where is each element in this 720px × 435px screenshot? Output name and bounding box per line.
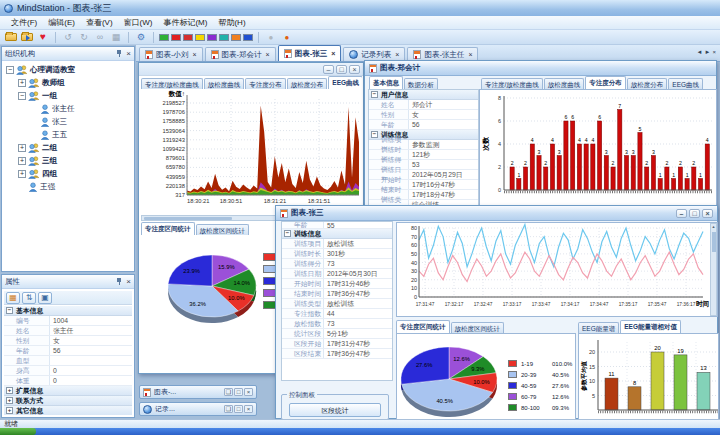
restore-button[interactable]: □ <box>689 209 700 218</box>
tab-close-icon[interactable]: × <box>468 51 472 58</box>
vertical-scrollbar[interactable]: ▲ <box>710 223 717 316</box>
import-folder-button[interactable] <box>20 31 34 43</box>
restore-button[interactable]: □ <box>336 65 347 74</box>
section-header[interactable]: −用户信息 <box>369 90 478 100</box>
minimize-button[interactable]: – <box>676 209 687 218</box>
collapse-icon[interactable]: − <box>284 230 291 237</box>
link-button[interactable]: ∞ <box>93 31 107 43</box>
tree-item[interactable]: 张主任 <box>4 102 132 115</box>
section-header[interactable]: +扩展信息 <box>4 386 132 396</box>
collapse-icon[interactable]: − <box>6 307 13 314</box>
menu-item[interactable]: 帮助(H) <box>213 16 250 29</box>
title-bar[interactable]: MindStation - 图表-张三 <box>0 0 720 16</box>
document-tab[interactable]: 图表-张三× <box>278 45 342 61</box>
section-header[interactable]: +其它信息 <box>4 406 132 415</box>
start-button-stub[interactable] <box>0 428 36 435</box>
window-title-bar[interactable]: 图表-郑会计 <box>365 61 716 76</box>
collapse-icon[interactable]: − <box>18 92 26 100</box>
close-button[interactable]: × <box>244 405 253 413</box>
inner-tab[interactable]: 放松度曲线 <box>544 78 585 89</box>
restore-button[interactable]: ❏ <box>224 405 233 413</box>
open-folder-button[interactable] <box>4 31 18 43</box>
close-icon[interactable]: × <box>126 278 131 286</box>
color-swatch-button[interactable] <box>183 34 193 41</box>
inner-tab[interactable]: 放松度分布 <box>287 78 328 89</box>
color-swatch-button[interactable] <box>231 34 241 41</box>
inner-tab[interactable]: 数据分析 <box>404 78 438 89</box>
tree-item[interactable]: −一组 <box>4 89 132 102</box>
tree-item[interactable]: +教师组 <box>4 76 132 89</box>
pin-icon[interactable] <box>116 277 123 286</box>
tree-item[interactable]: 张三 <box>4 115 132 128</box>
tree-item[interactable]: +二组 <box>4 141 132 154</box>
tree-item[interactable]: 王五 <box>4 128 132 141</box>
maximize-button[interactable]: □ <box>234 388 243 396</box>
grid-button[interactable]: ▦ <box>109 31 123 43</box>
expand-icon[interactable]: + <box>18 79 26 87</box>
favorite-button[interactable]: ♥ <box>36 31 50 43</box>
color-swatch-button[interactable] <box>171 34 181 41</box>
sort-az-button[interactable]: ⇅ <box>22 292 36 304</box>
tab-close-icon[interactable]: × <box>395 51 399 58</box>
close-button[interactable]: × <box>244 388 253 396</box>
redo-button[interactable]: ↻ <box>77 31 91 43</box>
section-header[interactable]: +联系方式 <box>4 396 132 406</box>
collapse-icon[interactable]: − <box>6 66 14 74</box>
color-swatch-button[interactable] <box>207 34 217 41</box>
inner-tab[interactable]: 放松度区间统计 <box>451 322 505 333</box>
record-button[interactable]: ● <box>280 31 294 43</box>
undo-button[interactable]: ↺ <box>61 31 75 43</box>
expand-icon[interactable]: + <box>6 407 13 414</box>
inner-tab[interactable]: 专注度区间统计 <box>141 222 195 235</box>
stop-button[interactable]: ● <box>264 31 278 43</box>
tab-close-icon[interactable]: × <box>266 51 270 58</box>
inner-tab[interactable]: EEG曲线 <box>668 78 703 89</box>
tree-item[interactable]: −心理调适教室 <box>4 63 132 76</box>
minimized-window-chart[interactable]: 图表-... ❏□× <box>139 385 257 399</box>
scroll-left-icon[interactable]: ◄ <box>697 49 705 55</box>
menu-item[interactable]: 窗口(W) <box>119 16 158 29</box>
segment-stat-button[interactable]: 区段统计 <box>289 403 381 417</box>
section-header[interactable]: −训练信息 <box>282 229 392 239</box>
inner-tab[interactable]: EEG能量谱相对值 <box>620 320 681 333</box>
settings-button[interactable]: ⚙ <box>134 31 148 43</box>
inner-tab[interactable]: 基本信息 <box>369 76 403 89</box>
menu-item[interactable]: 查看(V) <box>81 16 118 29</box>
close-icon[interactable]: × <box>126 50 131 58</box>
color-swatch-button[interactable] <box>195 34 205 41</box>
minimized-window-records[interactable]: 记录... ❏□× <box>139 402 257 416</box>
inner-tab[interactable]: 专注度分布 <box>245 78 286 89</box>
collapse-icon[interactable]: − <box>371 91 378 98</box>
expand-icon[interactable]: + <box>6 397 13 404</box>
inner-tab[interactable]: 专注度分布 <box>585 76 626 89</box>
expand-icon[interactable]: + <box>18 170 26 178</box>
tree-item[interactable]: +三组 <box>4 154 132 167</box>
inner-tab[interactable]: 专注度区间统计 <box>396 320 450 333</box>
image-button[interactable]: ▣ <box>38 292 52 304</box>
tab-close-icon[interactable]: × <box>193 51 197 58</box>
minimize-button[interactable]: – <box>323 65 334 74</box>
inner-tab[interactable]: EEG能量谱 <box>578 322 619 333</box>
inner-tab[interactable]: 放松度区间统计 <box>196 224 250 235</box>
inner-tab[interactable]: 专注度/放松度曲线 <box>481 78 543 89</box>
tree-item[interactable]: +四组 <box>4 167 132 180</box>
expand-icon[interactable]: + <box>18 144 26 152</box>
pin-icon[interactable] <box>116 49 123 58</box>
menu-item[interactable]: 文件(F) <box>6 16 42 29</box>
close-button[interactable]: × <box>349 65 360 74</box>
color-swatch-button[interactable] <box>159 34 169 41</box>
document-tab[interactable]: 记录列表× <box>343 47 405 61</box>
color-swatch-button[interactable] <box>243 34 253 41</box>
maximize-button[interactable]: □ <box>234 405 243 413</box>
menu-item[interactable]: 编辑(E) <box>43 16 80 29</box>
inner-tab[interactable]: 专注度/放松度曲线 <box>141 78 203 89</box>
expand-icon[interactable]: + <box>18 157 26 165</box>
close-button[interactable]: × <box>702 209 713 218</box>
inner-tab[interactable]: 放松度分布 <box>627 78 668 89</box>
menu-item[interactable]: 事件标记(M) <box>158 16 212 29</box>
document-tab[interactable]: 图表-小刘× <box>139 47 203 61</box>
close-tab-icon[interactable]: × <box>712 49 718 55</box>
section-header[interactable]: −基本信息 <box>4 306 132 316</box>
categorize-button[interactable]: ▦ <box>6 292 20 304</box>
tab-close-icon[interactable]: × <box>331 50 335 57</box>
